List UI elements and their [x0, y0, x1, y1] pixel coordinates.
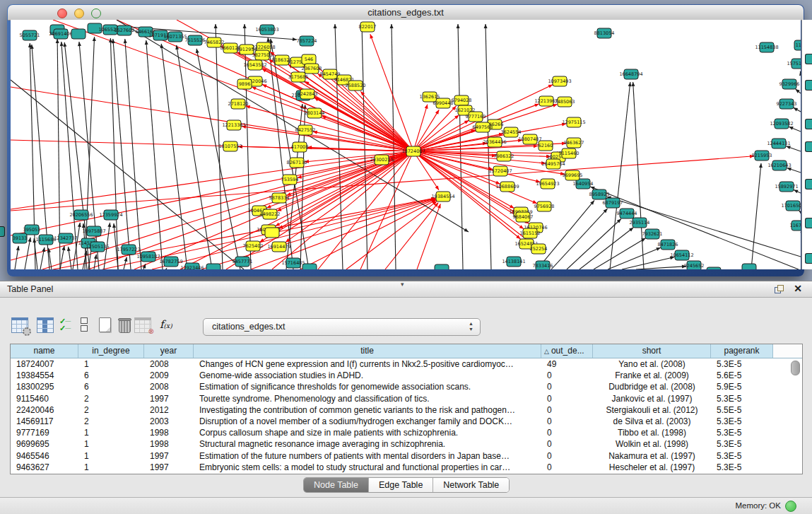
background-node-fragment [805, 218, 812, 228]
cell-in_degree: 2 [78, 404, 144, 416]
window-title: citations_edges.txt [8, 7, 804, 18]
svg-text:8958923: 8958923 [589, 192, 610, 197]
show-columns-button[interactable] [37, 317, 54, 333]
svg-text:16053803: 16053803 [255, 27, 278, 33]
cell-name: 18300295 [11, 381, 78, 392]
table-selector-dropdown[interactable]: citations_edges.txt ▲▼ [203, 318, 481, 336]
cell-in_degree: 6 [78, 370, 144, 381]
svg-text:62160: 62160 [539, 143, 553, 148]
table-row[interactable]: 977716911998Corpus callosum shape and si… [11, 427, 802, 438]
memory-status-label: Memory: OK [735, 501, 781, 510]
svg-text:7485063: 7485063 [555, 99, 575, 105]
new-table-button[interactable] [99, 317, 111, 332]
svg-text:12213363: 12213363 [222, 122, 245, 128]
svg-text:7515526: 7515526 [185, 37, 206, 43]
background-node-fragment [805, 54, 812, 64]
trash-icon [119, 320, 131, 333]
cell-pagerank: 5.3E-5 [711, 393, 773, 404]
table-row[interactable]: 1938455462009Genome-wide association stu… [11, 370, 802, 381]
vertical-scrollbar-thumb[interactable] [791, 361, 800, 375]
network-canvas[interactable]: 5055721206914061065528715276026466160107… [11, 20, 801, 269]
table-row[interactable]: 946554611997Estimation of the future num… [11, 450, 802, 462]
svg-text:16914479: 16914479 [267, 244, 290, 250]
cell-out_de...: 49 [541, 358, 593, 370]
cell-title: Genome-wide association studies in ADHD. [194, 370, 541, 381]
svg-text:12342737: 12342737 [54, 235, 77, 241]
float-panel-icon[interactable] [775, 285, 784, 293]
table-row[interactable]: 911546021997Tourette syndrome. Phenomeno… [11, 393, 802, 404]
window-titlebar[interactable]: citations_edges.txt [8, 5, 804, 21]
column-header-out_de...[interactable]: △out_de... [541, 344, 593, 358]
svg-text:15751074: 15751074 [787, 61, 801, 66]
svg-text:18107552: 18107552 [218, 144, 242, 149]
svg-text:9756928: 9756928 [534, 204, 555, 209]
svg-text:9896: 9896 [239, 81, 251, 87]
svg-text:1640954: 1640954 [573, 181, 594, 187]
column-header-name[interactable]: name [11, 344, 78, 358]
table-mode-tabs: Node TableEdge TableNetwork Table [303, 477, 510, 493]
function-builder-button[interactable]: f(x) [160, 318, 172, 331]
cell-out_de...: 0 [541, 416, 593, 427]
table-panel: Table Panel ▾ ✕ ✓—✓— ⊗ f(x) citations_e [0, 281, 812, 514]
cell-name: 22420046 [11, 404, 78, 416]
cell-name: 9115460 [11, 393, 78, 404]
column-header-short[interactable]: short [593, 344, 711, 358]
column-header-title[interactable]: title [194, 344, 541, 358]
tab-edge-table[interactable]: Edge Table [369, 478, 433, 492]
svg-text:7986322: 7986322 [494, 153, 514, 159]
sort-ascending-icon: △ [544, 348, 549, 355]
table-row[interactable]: 946362711997Embryonic stem cells: a mode… [11, 462, 802, 473]
table-panel-header[interactable]: Table Panel ▾ ✕ [0, 281, 812, 298]
svg-text:7833416: 7833416 [533, 263, 553, 269]
gear-icon [23, 327, 31, 336]
dropdown-arrows-icon: ▲▼ [469, 321, 473, 332]
panel-resize-grip-icon[interactable]: ▾ [401, 281, 404, 288]
tab-network-table[interactable]: Network Table [433, 478, 509, 492]
table-panel-title: Table Panel [7, 284, 53, 294]
node-table: namein_degreeyeartitle△out_de...shortpag… [10, 344, 803, 474]
column-header-pagerank[interactable]: pagerank [711, 344, 773, 358]
svg-text:4498222: 4498222 [260, 211, 281, 217]
svg-text:17957223: 17957223 [117, 247, 140, 252]
network-window[interactable]: citations_edges.txt 50557212069140610655… [7, 4, 804, 276]
cell-pagerank: 5.3E-5 [711, 462, 773, 473]
delete-rows-button[interactable] [119, 317, 131, 333]
cell-short: Nakamura et al. (1997) [593, 450, 711, 462]
table-row[interactable]: 969969511998Structural magnetic resonanc… [11, 438, 802, 450]
select-rows-button[interactable]: ✓—✓— [59, 317, 70, 332]
table-row[interactable]: 2242004622012Investigating the contribut… [11, 404, 802, 416]
cell-short: Yano et al. (2008) [593, 358, 711, 370]
memory-ok-indicator-icon[interactable] [785, 501, 796, 512]
svg-text:16071355: 16071355 [163, 34, 187, 40]
column-header-year[interactable]: year [144, 344, 194, 358]
network-svg[interactable]: 5055721206914061065528715276026466160107… [11, 20, 801, 269]
cell-out_de...: 0 [541, 438, 593, 450]
clear-table-button-disabled: ⊗ [134, 317, 151, 333]
table-toolbar: ✓—✓— ⊗ f(x) citations_edges.txt ▲▼ [0, 297, 812, 341]
cell-pagerank: 5.3E-5 [711, 358, 773, 370]
cell-short: de Silva et al. (2003) [593, 416, 711, 427]
cell-short: Stergiakouli et al. (2012) [593, 404, 711, 416]
svg-text:19654923: 19654923 [536, 181, 559, 187]
tab-node-table[interactable]: Node Table [304, 478, 369, 492]
svg-text:11154838: 11154838 [755, 45, 778, 50]
cell-title: Disruption of a novel member of a sodium… [194, 416, 541, 427]
svg-text:16210643: 16210643 [767, 163, 791, 168]
column-header-in_degree[interactable]: in_degree [78, 344, 144, 358]
svg-text:17359924: 17359924 [99, 212, 122, 218]
cell-out_de...: 0 [541, 381, 593, 392]
close-panel-icon[interactable]: ✕ [794, 283, 802, 294]
table-row[interactable]: 1872400712008Changes of HCN gene express… [11, 358, 802, 370]
svg-text:12505135: 12505135 [86, 244, 109, 250]
svg-text:10807487: 10807487 [518, 136, 541, 142]
cell-short: Dudbridge et al. (2008) [593, 381, 711, 392]
svg-text:19384554: 19384554 [431, 194, 454, 199]
svg-text:16648794: 16648794 [619, 71, 642, 77]
table-column-icon [37, 317, 54, 333]
row-height-button[interactable] [81, 317, 88, 333]
table-row[interactable]: 1830029562008Estimation of significance … [11, 381, 802, 392]
svg-text:8471826: 8471826 [658, 242, 678, 247]
cell-year: 2009 [144, 370, 194, 381]
table-row[interactable]: 1456911722003Disruption of a novel membe… [11, 416, 802, 427]
table-settings-button[interactable] [11, 317, 28, 333]
